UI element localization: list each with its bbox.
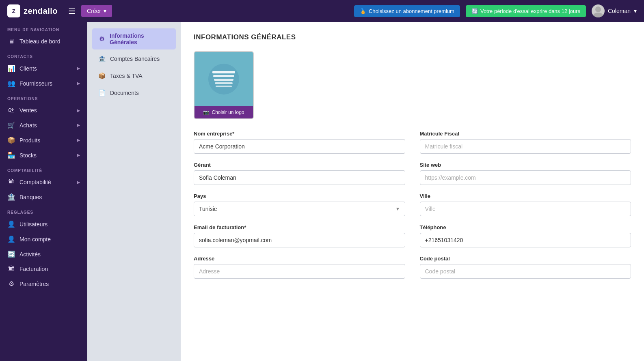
sidebar-item-facturation[interactable]: 🏛 Facturation xyxy=(0,262,87,276)
email-input[interactable] xyxy=(194,233,405,247)
logo-image-area xyxy=(194,52,253,106)
subnav-bank-label: Comptes Bancaires xyxy=(110,56,160,62)
form-row-2: Gérant Site web xyxy=(194,162,631,185)
nav-section-label: MENU DE NAVIGATION xyxy=(0,22,87,34)
matricule-input[interactable] xyxy=(420,139,631,154)
subnav-docs-label: Documents xyxy=(110,90,139,96)
pays-group: Pays Tunisie France Maroc Algérie ▼ xyxy=(194,193,405,216)
logo-text: zendallo xyxy=(24,6,58,16)
svg-rect-7 xyxy=(216,86,232,87)
trial-button[interactable]: 🔄 Votre période d'essai exprire dans 12 … xyxy=(466,5,586,17)
adresse-input[interactable] xyxy=(194,264,405,279)
ventes-arrow: ▶ xyxy=(77,108,80,113)
subnav-tax-icon: 📦 xyxy=(98,72,106,80)
comptabilite-icon: 🏛 xyxy=(7,178,15,186)
parametres-icon: ⚙ xyxy=(7,280,15,288)
contacts-section-label: CONTACTS xyxy=(0,49,87,61)
clients-label: Clients xyxy=(19,65,37,72)
sidebar-item-banques[interactable]: 🏦 Banques xyxy=(0,189,87,204)
subnav-item-tax[interactable]: 📦 Taxes & TVA xyxy=(92,68,176,84)
user-arrow: ▾ xyxy=(634,8,637,14)
company-name-label: Nom entreprise* xyxy=(194,131,405,137)
activites-label: Activités xyxy=(19,251,41,258)
subnav-info-label: Informations Générales xyxy=(110,32,170,45)
sidebar-item-achats[interactable]: 🛒 Achats ▶ xyxy=(0,118,87,133)
subnav-item-info[interactable]: ⚙ Informations Générales xyxy=(92,28,176,49)
produits-icon: 📦 xyxy=(7,136,15,144)
sidebar-item-tableau[interactable]: 🖥 Tableau de bord xyxy=(0,34,87,49)
stocks-icon: 🏪 xyxy=(7,151,15,159)
comptabilite-section-label: COMPTABILITÉ xyxy=(0,163,87,175)
user-name: Coleman xyxy=(608,8,631,14)
creer-label: Créer xyxy=(87,8,101,14)
sidebar-item-clients[interactable]: 📊 Clients ▶ xyxy=(0,61,87,76)
utilisateurs-icon: 👤 xyxy=(7,220,15,228)
telephone-input[interactable] xyxy=(420,233,631,247)
svg-rect-3 xyxy=(212,71,235,73)
clients-icon: 📊 xyxy=(7,64,15,72)
trial-icon: 🔄 xyxy=(471,8,478,14)
fournisseurs-icon: 👥 xyxy=(7,80,15,87)
achats-arrow: ▶ xyxy=(77,122,80,128)
achats-label: Achats xyxy=(19,122,37,129)
subnav-docs-icon: 📄 xyxy=(98,89,106,97)
company-name-input[interactable] xyxy=(194,139,405,154)
achats-icon: 🛒 xyxy=(7,121,15,129)
sidebar-item-utilisateurs[interactable]: 👤 Utilisateurs xyxy=(0,217,87,232)
mon-compte-label: Mon compte xyxy=(19,236,51,243)
operations-section-label: OPERATIONS xyxy=(0,91,87,103)
reglages-section-label: RÉGLAGES xyxy=(0,204,87,217)
sidebar-item-fournisseurs[interactable]: 👥 Fournisseurs ▶ xyxy=(0,76,87,91)
sidebar-item-activites[interactable]: 🔄 Activités xyxy=(0,247,87,262)
produits-arrow: ▶ xyxy=(77,138,80,143)
creer-button[interactable]: Créer ▾ xyxy=(81,5,112,17)
sidebar-item-parametres[interactable]: ⚙ Paramètres xyxy=(0,276,87,291)
subnav-tax-label: Taxes & TVA xyxy=(110,73,143,79)
pays-select[interactable]: Tunisie France Maroc Algérie xyxy=(194,202,405,216)
fournisseurs-arrow: ▶ xyxy=(77,81,80,86)
facturation-icon: 🏛 xyxy=(7,265,15,273)
comptabilite-item-label: Comptabilité xyxy=(19,179,51,185)
ville-label: Ville xyxy=(420,193,631,199)
user-menu[interactable]: Coleman ▾ xyxy=(592,4,637,17)
sidebar-item-stocks[interactable]: 🏪 Stocks ▶ xyxy=(0,148,87,163)
comptabilite-arrow: ▶ xyxy=(77,180,80,185)
sidebar-item-produits[interactable]: 📦 Produits ▶ xyxy=(0,133,87,148)
gerant-input[interactable] xyxy=(194,170,405,185)
building-icon xyxy=(207,63,240,95)
parametres-label: Paramètres xyxy=(19,281,49,287)
hamburger-button[interactable]: ☰ xyxy=(68,6,76,16)
premium-button[interactable]: 🏅 Choisissez un abonnement premium xyxy=(354,5,460,17)
subnav-item-bank[interactable]: 🏦 Comptes Bancaires xyxy=(92,51,176,67)
sidebar-item-mon-compte[interactable]: 👤 Mon compte xyxy=(0,232,87,247)
svg-rect-6 xyxy=(215,82,233,84)
site-web-input[interactable] xyxy=(420,170,631,185)
creer-arrow: ▾ xyxy=(104,8,106,14)
site-web-group: Site web xyxy=(420,162,631,185)
clients-arrow: ▶ xyxy=(77,66,80,71)
banques-label: Banques xyxy=(19,194,42,200)
fournisseurs-label: Fournisseurs xyxy=(19,80,52,87)
logo: Z zendallo xyxy=(7,4,58,17)
main-layout: MENU DE NAVIGATION 🖥 Tableau de bord CON… xyxy=(0,22,644,361)
form-row-4: Email de facturation* Téléphone xyxy=(194,224,631,247)
adresse-group: Adresse xyxy=(194,256,405,279)
subnav-item-docs[interactable]: 📄 Documents xyxy=(92,85,176,101)
mon-compte-icon: 👤 xyxy=(7,235,15,243)
matricule-label: Matricule Fiscal xyxy=(420,131,631,137)
topbar: Z zendallo ☰ Créer ▾ 🏅 Choisissez un abo… xyxy=(0,0,644,22)
company-name-group: Nom entreprise* xyxy=(194,131,405,154)
sidebar-item-comptabilite[interactable]: 🏛 Comptabilité ▶ xyxy=(0,175,87,189)
ville-input[interactable] xyxy=(420,202,631,216)
stocks-label: Stocks xyxy=(19,152,37,159)
sidebar-item-ventes[interactable]: 🛍 Ventes ▶ xyxy=(0,103,87,118)
email-group: Email de facturation* xyxy=(194,224,405,247)
premium-label: Choisissez un abonnement premium xyxy=(369,8,454,14)
choose-logo-button[interactable]: 📷 Choisir un logo xyxy=(194,106,253,118)
form-area: INFORMATIONS GÉNÉRALES 📷 Choisir un l xyxy=(181,22,644,361)
form-row-1: Nom entreprise* Matricule Fiscal xyxy=(194,131,631,154)
code-postal-input[interactable] xyxy=(420,264,631,279)
subnav-panel: ⚙ Informations Générales 🏦 Comptes Banca… xyxy=(87,22,181,361)
adresse-label: Adresse xyxy=(194,256,405,262)
telephone-label: Téléphone xyxy=(420,224,631,230)
